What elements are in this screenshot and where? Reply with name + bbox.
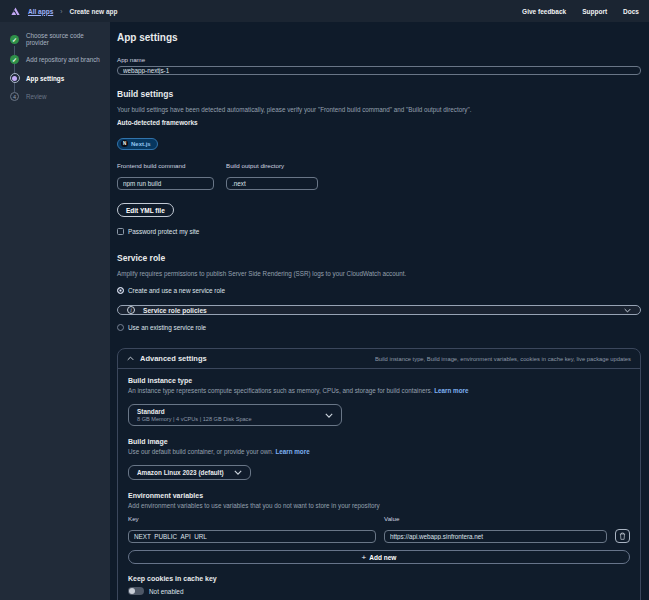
build-instance-selected-detail: 8 GB Memory | 4 vCPUs | 128 GB Disk Spac…	[137, 416, 252, 422]
build-output-directory-label: Build output directory	[226, 162, 318, 169]
info-icon: i	[127, 306, 135, 314]
breadcrumb-current: Create new app	[69, 8, 117, 15]
checkbox-icon[interactable]	[117, 228, 124, 235]
build-instance-type-label: Build instance type	[128, 377, 630, 384]
advanced-settings-summary: Build instance type, Build image, enviro…	[375, 356, 631, 362]
nextjs-logo-icon: N	[121, 140, 128, 147]
add-env-var-button[interactable]: + Add new	[128, 550, 630, 564]
amplify-logo-icon[interactable]	[10, 6, 21, 17]
environment-variables-description: Add environment variables to use variabl…	[128, 502, 630, 509]
chevron-down-icon	[624, 308, 631, 313]
advanced-settings-section: Advanced settings Build instance type, B…	[117, 348, 641, 600]
frontend-build-command-input[interactable]	[117, 177, 214, 190]
app-name-input[interactable]	[117, 66, 641, 75]
page-title: App settings	[117, 32, 641, 43]
remove-env-var-button[interactable]	[615, 529, 630, 543]
top-navigation-bar: All apps › Create new app Give feedback …	[0, 0, 649, 22]
create-service-role-radio-row[interactable]: Create and use a new service role	[117, 287, 641, 294]
advanced-settings-title: Advanced settings	[140, 354, 207, 363]
chevron-up-icon	[127, 356, 134, 361]
service-role-description: Amplify requires permissions to publish …	[117, 270, 641, 277]
chevron-down-icon	[325, 413, 333, 418]
breadcrumb-all-apps[interactable]: All apps	[28, 8, 53, 15]
framework-badge: N Next.js	[117, 138, 158, 150]
password-protect-checkbox-row[interactable]: Password protect my site	[117, 228, 641, 235]
build-settings-heading: Build settings	[117, 89, 641, 99]
step-connector	[14, 83, 15, 92]
env-value-input[interactable]	[384, 530, 607, 543]
main-content: App settings App name Build settings You…	[110, 22, 649, 600]
wizard-step-1[interactable]: ✓ Choose source code provider	[9, 32, 102, 46]
app-name-label: App name	[117, 56, 641, 63]
build-instance-description: An instance type represents compute spec…	[128, 387, 432, 394]
existing-service-role-radio-row[interactable]: Use an existing service role	[117, 324, 641, 331]
wizard-step-label: Review	[26, 93, 47, 100]
wizard-step-label: Add repository and branch	[26, 56, 100, 63]
step-current-icon	[10, 73, 20, 83]
topbar-links: Give feedback Support Docs	[522, 8, 639, 15]
wizard-step-4[interactable]: 4 Review	[9, 92, 102, 101]
env-value-label: Value	[384, 515, 607, 522]
wizard-step-3-current[interactable]: App settings	[9, 73, 102, 83]
docs-link[interactable]: Docs	[623, 8, 639, 15]
build-instance-selected: Standard	[137, 408, 252, 415]
wizard-step-label: App settings	[26, 75, 64, 82]
environment-variables-label: Environment variables	[128, 492, 630, 499]
radio-selected-icon[interactable]	[117, 287, 124, 294]
breadcrumb-separator-icon: ›	[60, 8, 62, 15]
plus-icon: +	[362, 553, 367, 562]
trash-icon	[619, 532, 626, 540]
edit-yml-button[interactable]: Edit YML file	[117, 203, 174, 217]
wizard-steps-sidebar: ✓ Choose source code provider ✓ Add repo…	[0, 22, 110, 600]
advanced-settings-header[interactable]: Advanced settings Build instance type, B…	[118, 349, 640, 369]
create-service-role-label: Create and use a new service role	[128, 287, 225, 294]
wizard-step-label: Choose source code provider	[26, 32, 102, 46]
build-image-label: Build image	[128, 438, 630, 445]
build-output-directory-input[interactable]	[226, 177, 318, 190]
build-image-select[interactable]: Amazon Linux 2023 (default)	[128, 465, 251, 480]
support-link[interactable]: Support	[582, 8, 607, 15]
step-complete-check-icon: ✓	[10, 55, 19, 64]
password-protect-label: Password protect my site	[128, 228, 199, 235]
service-role-policies-expander[interactable]: i Service role policies	[117, 305, 641, 315]
service-role-policies-label: Service role policies	[143, 307, 207, 314]
cookies-toggle-row[interactable]: Not enabled	[128, 587, 630, 595]
keep-cookies-label: Keep cookies in cache key	[128, 575, 630, 582]
step-complete-check-icon: ✓	[10, 35, 19, 44]
env-key-input[interactable]	[128, 530, 376, 543]
give-feedback-link[interactable]: Give feedback	[522, 8, 566, 15]
step-connector	[14, 46, 15, 55]
frontend-build-command-label: Frontend build command	[117, 162, 214, 169]
step-connector	[14, 64, 15, 73]
radio-unselected-icon[interactable]	[117, 324, 124, 331]
env-var-row: Key Value	[128, 515, 630, 543]
build-image-description: Use our default build container, or prov…	[128, 448, 274, 455]
framework-badge-label: Next.js	[131, 141, 151, 147]
step-number-icon: 4	[10, 92, 19, 101]
build-image-learn-more-link[interactable]: Learn more	[275, 448, 309, 455]
build-settings-description: Your build settings have been detected a…	[117, 106, 641, 113]
existing-service-role-label: Use an existing service role	[128, 324, 206, 331]
toggle-off-icon[interactable]	[128, 587, 144, 595]
add-env-var-label: Add new	[369, 554, 396, 561]
service-role-heading: Service role	[117, 253, 641, 263]
frameworks-label: Auto-detected frameworks	[117, 119, 641, 126]
cookies-toggle-label: Not enabled	[149, 588, 183, 595]
chevron-down-icon	[234, 470, 242, 475]
wizard-step-2[interactable]: ✓ Add repository and branch	[9, 55, 102, 64]
env-key-label: Key	[128, 515, 376, 522]
build-instance-learn-more-link[interactable]: Learn more	[434, 387, 468, 394]
build-instance-select[interactable]: Standard 8 GB Memory | 4 vCPUs | 128 GB …	[128, 404, 342, 426]
build-image-selected: Amazon Linux 2023 (default)	[137, 469, 224, 476]
